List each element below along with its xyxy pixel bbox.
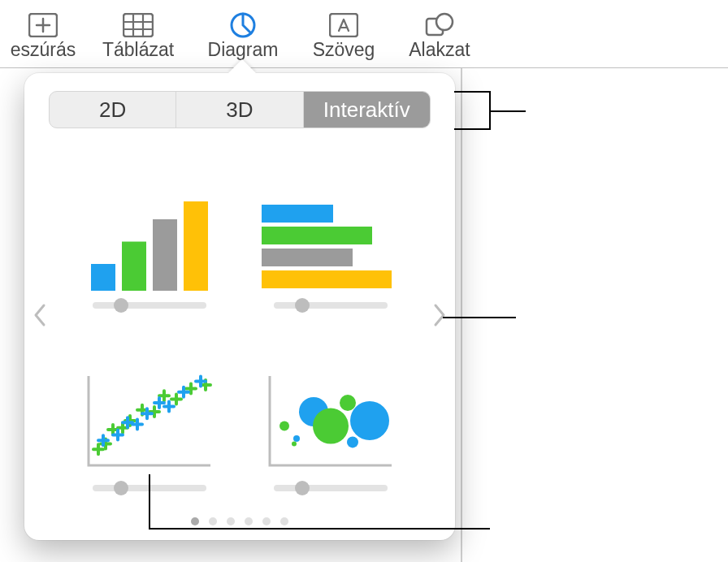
toolbar-shape[interactable]: Alakzat — [392, 0, 488, 67]
table-icon — [123, 11, 154, 39]
toolbar-table[interactable]: Táblázat — [86, 0, 190, 67]
svg-point-21 — [347, 436, 358, 447]
svg-rect-12 — [262, 249, 353, 266]
toolbar-insert[interactable]: eszúrás — [0, 0, 86, 67]
svg-point-15 — [293, 435, 300, 442]
toolbar-table-label: Táblázat — [102, 39, 174, 61]
toolbar-text-label: Szöveg — [313, 39, 375, 61]
page-dots — [24, 517, 455, 525]
vertical-bar-chart-icon — [70, 148, 228, 291]
panel-divider — [461, 68, 462, 562]
scatter-chart-icon — [70, 331, 228, 474]
svg-rect-9 — [184, 201, 208, 291]
svg-rect-1 — [124, 14, 153, 37]
svg-rect-10 — [262, 205, 333, 223]
insert-icon — [28, 11, 58, 39]
page-dot[interactable] — [245, 517, 253, 525]
chart-option-slider[interactable] — [93, 302, 206, 309]
segment-3d[interactable]: 3D — [176, 92, 303, 128]
chart-type-segmented-control: 2D 3D Interaktív — [49, 91, 431, 128]
toolbar-text[interactable]: Szöveg — [296, 0, 392, 67]
toolbar: eszúrás Táblázat Diagram Szöveg — [0, 0, 728, 68]
toolbar-shape-label: Alakzat — [409, 39, 470, 61]
page-dot[interactable] — [227, 517, 235, 525]
chart-icon — [228, 11, 258, 39]
page-dot[interactable] — [191, 517, 199, 525]
chart-option-slider[interactable] — [274, 485, 388, 491]
svg-point-14 — [280, 422, 289, 431]
segment-interactive[interactable]: Interaktív — [304, 92, 430, 128]
horizontal-bar-chart-icon — [251, 148, 410, 291]
page-dot[interactable] — [262, 517, 271, 525]
callout-bracket — [454, 91, 491, 130]
next-style-button[interactable] — [427, 291, 452, 339]
callout-slider-line — [149, 528, 490, 530]
page-dot[interactable] — [209, 517, 217, 525]
svg-point-16 — [292, 442, 297, 447]
chart-options-grid — [70, 148, 410, 491]
svg-point-5 — [436, 14, 453, 30]
svg-rect-6 — [91, 264, 115, 291]
toolbar-chart-label: Diagram — [208, 39, 279, 61]
svg-rect-13 — [262, 270, 392, 288]
svg-rect-11 — [262, 227, 372, 244]
text-icon — [328, 11, 359, 39]
shape-icon — [424, 11, 455, 39]
chart-option-horizontal-bar[interactable] — [251, 148, 410, 309]
svg-point-19 — [340, 395, 356, 411]
svg-point-18 — [313, 409, 349, 444]
page-dot[interactable] — [280, 517, 288, 525]
prev-style-button[interactable] — [28, 291, 52, 339]
chart-option-bubble[interactable] — [251, 331, 410, 492]
chart-option-scatter[interactable] — [70, 331, 228, 492]
toolbar-chart[interactable]: Diagram — [190, 0, 296, 67]
bubble-chart-icon — [251, 331, 410, 474]
segment-2d[interactable]: 2D — [50, 92, 176, 128]
svg-rect-7 — [122, 241, 146, 291]
svg-point-20 — [350, 401, 389, 440]
chart-popover: 2D 3D Interaktív — [24, 73, 455, 540]
chart-option-slider[interactable] — [274, 302, 388, 309]
toolbar-insert-label: eszúrás — [11, 39, 76, 61]
chart-option-vertical-bar[interactable] — [70, 148, 228, 309]
svg-rect-3 — [330, 14, 358, 37]
callout-arrow-line — [443, 317, 516, 318]
svg-rect-8 — [153, 219, 177, 291]
